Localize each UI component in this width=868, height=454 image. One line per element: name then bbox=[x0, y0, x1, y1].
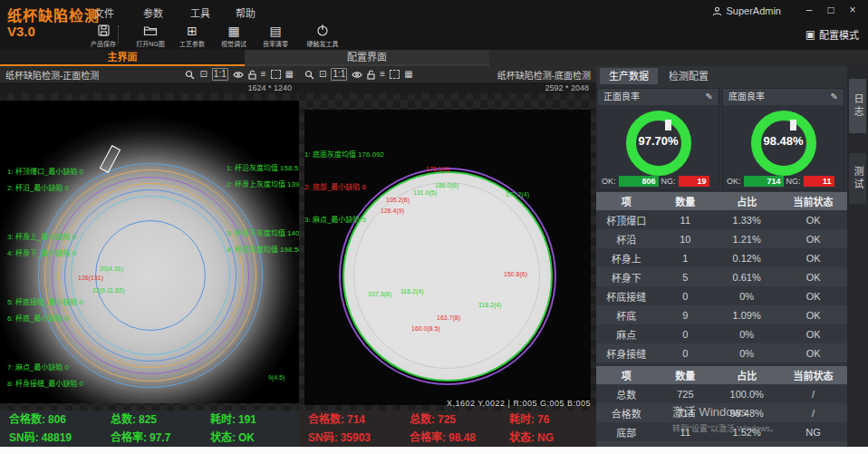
measure-label: 9(4.5) bbox=[268, 374, 285, 381]
front-panel-header: 纸杯缺陷检测-正面检测 ⊡ 1:1 ≡ ▦ bbox=[0, 66, 299, 82]
table-row: 杯底91.09%OK bbox=[596, 305, 847, 324]
table-row: 杯底接缝00%OK bbox=[596, 286, 847, 305]
measure-label: 126(131) bbox=[78, 275, 103, 281]
bottom-image-resolution: 2592 * 2048 bbox=[545, 83, 589, 92]
defect-marker: 116.2(4) bbox=[400, 288, 424, 295]
user-name: SuperAdmin bbox=[726, 5, 781, 16]
front-yield-title: 正面良率 bbox=[603, 89, 640, 105]
defect-marker: 105.2(8) bbox=[386, 197, 410, 203]
fit-view-icon[interactable]: ⊡ bbox=[319, 69, 326, 80]
front-yield-card: 正面良率 ✎ 97.70% OK: 806 NG: 19 bbox=[597, 88, 719, 190]
config-mode-button[interactable]: ▣ 配置模式 bbox=[805, 27, 859, 42]
zoom-icon[interactable] bbox=[185, 70, 195, 80]
edit-icon[interactable]: ✎ bbox=[706, 89, 713, 105]
user-account[interactable]: SuperAdmin bbox=[712, 5, 781, 16]
front-stats-bar: 合格数:806 总数:825 耗时:191 SN码:48819 合格率:97.7… bbox=[0, 411, 299, 447]
vision-debug-button[interactable]: ▦ 视觉调试 bbox=[214, 24, 254, 48]
tab-production-data[interactable]: 生产数据 bbox=[600, 68, 658, 84]
totals-table: 项数量 占比当前状态 总数725100.0%/ 合格数71498.48%/ 底部… bbox=[596, 366, 847, 454]
bottom-ok-ng-row: OK: 714 NG: 11 bbox=[727, 175, 840, 187]
defect-marker: 118.2(4) bbox=[478, 302, 502, 308]
bottom-image-view[interactable]: 1: 底面灰度均值 176.092 2: 底部_最小缺陷 8 3: 麻点_最小缺… bbox=[299, 93, 596, 411]
region-select-icon[interactable] bbox=[271, 70, 281, 79]
sort-list-icon[interactable]: ≡ bbox=[380, 69, 385, 80]
defect-stats-table: 项数量 占比当前状态 杯顶爆口111.33%OK 杯沿101.21%OK 杯身上… bbox=[596, 192, 847, 362]
minimize-button[interactable]: – bbox=[801, 4, 817, 16]
defect-marker: 131.0(5) bbox=[413, 189, 437, 196]
app-window: 纸杯缺陷检测 V3.0 文件 参数 工具 帮助 产品保存 打开NG图 ⊞ 工艺参… bbox=[0, 0, 868, 454]
defect-marker: 107.3(6) bbox=[368, 291, 391, 297]
defect-marker: 172.2(4) bbox=[506, 191, 529, 198]
ng-count-badge: 19 bbox=[679, 176, 709, 187]
tab-detect-config[interactable]: 检测配置 bbox=[660, 68, 718, 84]
defect-marker: 163.7(8) bbox=[437, 314, 460, 321]
main-tab-strip: 主界面 配置界面 bbox=[0, 50, 868, 66]
grid-view-icon[interactable]: ▦ bbox=[285, 69, 294, 80]
one-to-one-icon[interactable]: 1:1 bbox=[331, 68, 347, 81]
app-title: 纸杯缺陷检测 bbox=[7, 4, 100, 25]
bottom-anno-list: 1: 底面灰度均值 176.092 2: 底部_最小缺陷 8 3: 麻点_最小缺… bbox=[304, 128, 384, 247]
eye-icon[interactable] bbox=[233, 71, 244, 79]
open-ng-image-button[interactable]: 打开NG图 bbox=[130, 24, 170, 48]
menu-file[interactable]: 文件 bbox=[94, 5, 114, 20]
rows-icon: ▤ bbox=[256, 24, 295, 39]
hard-trigger-tool-button[interactable]: 硬触发工具 bbox=[299, 24, 346, 48]
maximize-button[interactable]: □ bbox=[823, 4, 839, 16]
front-image-view[interactable]: 1: 杯顶爆口_最小缺陷 02: 杯沿_最小缺陷 0 3: 杯身上_最小缺陷 0… bbox=[0, 93, 299, 411]
lock-icon[interactable] bbox=[248, 70, 256, 80]
tab-config-interface[interactable]: 配置界面 bbox=[245, 50, 489, 66]
process-params-button[interactable]: ⊞ 工艺参数 bbox=[172, 24, 212, 48]
grid-view-icon[interactable]: ▦ bbox=[404, 69, 412, 80]
fit-view-icon[interactable]: ⊡ bbox=[199, 69, 207, 80]
lock-icon[interactable] bbox=[367, 70, 375, 80]
table-row: 麻点00%OK bbox=[596, 324, 847, 343]
front-yield-value: 97.70% bbox=[598, 134, 719, 148]
production-sidebar: 生产数据 检测配置 正面良率 ✎ 97.70% OK: 806 NG: 19 底… bbox=[596, 66, 847, 454]
bottom-yield-value: 98.48% bbox=[723, 134, 844, 148]
bottom-panel-title: 纸杯缺陷检测-底面检测 bbox=[497, 68, 591, 82]
screenshot-bottom-strip bbox=[0, 447, 868, 454]
yield-reset-button[interactable]: ▤ 良率清零 bbox=[256, 24, 295, 48]
defect-marker: 150.8(6) bbox=[504, 271, 527, 277]
table-row: 杯沿101.21%OK bbox=[596, 229, 847, 248]
bottom-panel-tools: ⊡ 1:1 ≡ ▦ bbox=[304, 68, 413, 81]
defect-marker: 186.0(6) bbox=[435, 182, 458, 188]
zoom-icon[interactable] bbox=[304, 70, 314, 80]
bottom-stats-bar: 合格数:714 总数:725 耗时:76 SN码:35903 合格率:98.48… bbox=[299, 411, 596, 447]
table-header: 项数量 占比当前状态 bbox=[596, 192, 847, 210]
front-panel-title: 纸杯缺陷检测-正面检测 bbox=[5, 68, 99, 82]
front-panel-tools: ⊡ 1:1 ≡ ▦ bbox=[185, 68, 294, 81]
ok-count-badge: 806 bbox=[619, 176, 659, 187]
edit-icon[interactable]: ✎ bbox=[831, 89, 838, 105]
ring-notch bbox=[790, 120, 796, 130]
bottom-yield-card: 底面良率 ✎ 98.48% OK: 714 NG: 11 bbox=[722, 88, 844, 190]
front-defect-list: 1: 杯顶爆口_最小缺陷 02: 杯沿_最小缺陷 0 3: 杯身上_最小缺陷 0… bbox=[7, 131, 83, 411]
ring-notch bbox=[665, 120, 671, 130]
table-row: 总数725100.0%/ bbox=[596, 384, 847, 403]
app-version: V3.0 bbox=[7, 24, 35, 39]
cells-icon: ▦ bbox=[214, 24, 254, 39]
ng-count-badge: 11 bbox=[804, 176, 834, 187]
top-bar: 纸杯缺陷检测 V3.0 文件 参数 工具 帮助 产品保存 打开NG图 ⊞ 工艺参… bbox=[0, 0, 868, 50]
grid-icon: ⊞ bbox=[172, 24, 212, 39]
folder-ng-icon bbox=[130, 24, 170, 39]
bottom-yield-title: 底面良率 bbox=[728, 89, 765, 105]
power-icon bbox=[299, 24, 346, 39]
eye-icon[interactable] bbox=[352, 71, 362, 79]
front-gray-list: 1: 杯沿灰度均值 158.5272: 杯身上灰度均值 139.985 3: 杯… bbox=[227, 128, 299, 291]
bottom-panel-header: ⊡ 1:1 ≡ ▦ 纸杯缺陷检测-底面检测 bbox=[299, 66, 596, 82]
defect-marker: 126.4(9) bbox=[381, 208, 404, 214]
tab-log[interactable]: 日志 bbox=[849, 79, 866, 133]
pixel-coords-readout: X,1602 Y,0022 | R:005 G:005 B:005 bbox=[447, 399, 591, 408]
sort-list-icon[interactable]: ≡ bbox=[261, 69, 266, 80]
table-row: 杯身下50.61%OK bbox=[596, 267, 847, 286]
tab-test[interactable]: 测试 bbox=[849, 153, 866, 204]
menu-help[interactable]: 帮助 bbox=[236, 5, 256, 20]
menu-params[interactable]: 参数 bbox=[143, 5, 163, 20]
region-select-icon[interactable] bbox=[390, 70, 400, 79]
one-to-one-icon[interactable]: 1:1 bbox=[212, 68, 228, 81]
menu-tools[interactable]: 工具 bbox=[190, 5, 210, 20]
table-row: 杯身上10.12%OK bbox=[596, 248, 847, 267]
close-button[interactable]: × bbox=[844, 4, 861, 16]
tab-main-interface[interactable]: 主界面 bbox=[0, 50, 245, 66]
